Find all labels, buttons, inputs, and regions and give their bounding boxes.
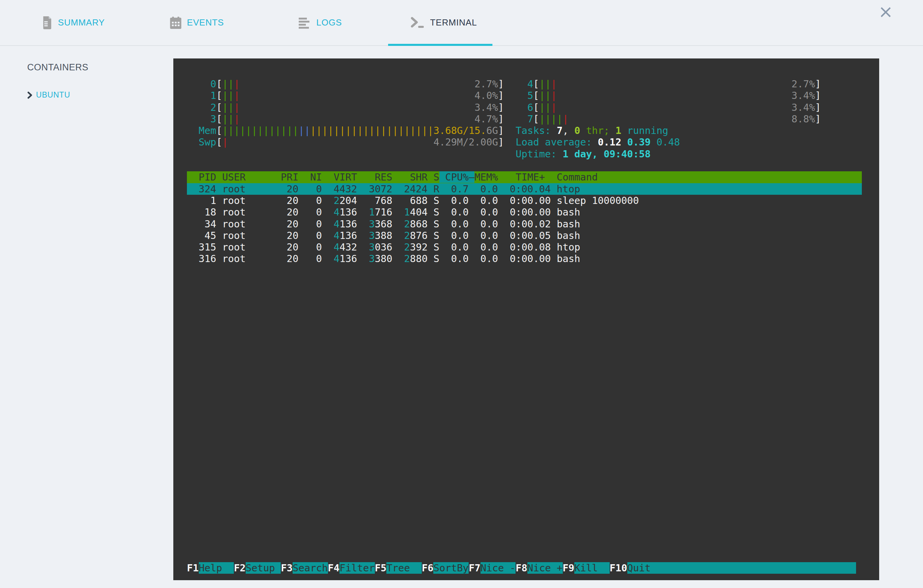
tab-summary[interactable]: SUMMARY <box>12 0 135 45</box>
chevron-right-icon <box>27 92 33 99</box>
fn-f4-button[interactable]: F4Filter <box>328 562 375 574</box>
fn-key: F2 <box>234 562 246 574</box>
fn-f9-button[interactable]: F9Kill <box>563 562 610 574</box>
process-row-18: 18 root 20 0 4136 1716 1404 S 0.0 0.0 0:… <box>187 206 862 218</box>
blank-row <box>187 160 862 171</box>
process-row-34: 34 root 20 0 4136 3368 2868 S 0.0 0.0 0:… <box>187 218 862 230</box>
fn-key: F7 <box>469 562 481 574</box>
fn-key: F1 <box>187 562 199 574</box>
fn-label: Nice - <box>481 562 516 574</box>
tab-logs[interactable]: LOGS <box>259 0 382 45</box>
terminal-fnbar: F1Help F2Setup F3SearchF4FilterF5Tree F6… <box>187 562 856 574</box>
cpu-meter-row-3-7: 3[||| 4.7%] 7[||||| 8.8%] <box>187 113 862 125</box>
fn-f2-button[interactable]: F2Setup <box>234 562 281 574</box>
log-lines-icon <box>299 16 311 29</box>
fn-key: F6 <box>422 562 434 574</box>
calendar-icon <box>170 16 181 29</box>
terminal-panel[interactable]: 0[||| 2.7%] 4[||| 2.7%] 1[||| 4.0%] 5[||… <box>173 59 879 580</box>
tab-events[interactable]: EVENTS <box>135 0 259 45</box>
fn-f8-button[interactable]: F8Nice + <box>516 562 562 574</box>
sidebar-title: CONTAINERS <box>27 62 156 73</box>
swp-meter-load-row: Swp[| 4.29M/2.00G] Load average: 0.12 0.… <box>187 136 862 148</box>
fn-f10-button[interactable]: F10Quit <box>610 562 651 574</box>
sidebar-item-ubuntu[interactable]: UBUNTU <box>27 90 156 100</box>
fn-f7-button[interactable]: F7Nice - <box>469 562 516 574</box>
fn-label: Nice + <box>527 562 563 574</box>
fn-label: Help <box>199 562 234 574</box>
fn-label: Quit <box>627 562 651 574</box>
process-row-315: 315 root 20 0 4432 3036 2392 S 0.0 0.0 0… <box>187 241 862 253</box>
active-tab-underline <box>388 44 493 46</box>
cpu-meter-row-2-6: 2[||| 3.4%] 6[||| 3.4%] <box>187 102 862 113</box>
fn-key: F4 <box>328 562 340 574</box>
tab-label: TERMINAL <box>430 17 477 28</box>
mem-meter-tasks-row: Mem[||||||||||||||||||||||||||||||||||||… <box>187 125 862 136</box>
fn-f6-button[interactable]: F6SortBy <box>422 562 469 574</box>
cpu-meter-row-1-5: 1[||| 4.0%] 5[||| 3.4%] <box>187 90 862 101</box>
sidebar-item-label: UBUNTU <box>36 90 71 100</box>
document-icon <box>42 16 53 29</box>
process-row-1: 1 root 20 0 2204 768 688 S 0.0 0.0 0:00.… <box>187 195 862 206</box>
fn-key: F10 <box>610 562 627 574</box>
tab-bar: SUMMARY EVENTS <box>0 0 923 46</box>
terminal-prompt-icon <box>411 16 425 29</box>
fn-f5-button[interactable]: F5Tree <box>375 562 422 574</box>
fn-key: F3 <box>281 562 292 574</box>
process-table-header: PID USER PRI NI VIRT RES SHR S CPU%–MEM%… <box>187 171 862 183</box>
tab-label: LOGS <box>316 17 342 28</box>
fn-label: Filter <box>340 562 375 574</box>
fn-f1-button[interactable]: F1Help <box>187 562 234 574</box>
tab-label: EVENTS <box>187 17 224 28</box>
close-icon[interactable]: × <box>878 3 893 20</box>
process-row-316: 316 root 20 0 4136 3380 2880 S 0.0 0.0 0… <box>187 253 862 264</box>
fn-label: Kill <box>574 562 610 574</box>
fn-label: SortBy <box>433 562 469 574</box>
terminal-screen: 0[||| 2.7%] 4[||| 2.7%] 1[||| 4.0%] 5[||… <box>187 78 862 265</box>
fn-f3-button[interactable]: F3Search <box>281 562 328 574</box>
fn-label: Setup <box>246 562 281 574</box>
sidebar: CONTAINERS UBUNTU <box>27 62 156 100</box>
fn-key: F9 <box>563 562 575 574</box>
uptime-row: Uptime: 1 day, 09:40:58 <box>187 148 862 160</box>
fn-label: Search <box>292 562 328 574</box>
tab-terminal[interactable]: TERMINAL <box>382 0 505 45</box>
cpu-meter-row-0-4: 0[||| 2.7%] 4[||| 2.7%] <box>187 78 862 90</box>
fnbar-fill <box>651 562 856 574</box>
process-row-45: 45 root 20 0 4136 3388 2876 S 0.0 0.0 0:… <box>187 230 862 241</box>
fn-label: Tree <box>386 562 422 574</box>
fn-key: F8 <box>516 562 527 574</box>
fn-key: F5 <box>375 562 387 574</box>
tab-label: SUMMARY <box>58 17 105 28</box>
process-row-324-selected: 324 root 20 0 4432 3072 2424 R 0.7 0.0 0… <box>187 183 862 195</box>
